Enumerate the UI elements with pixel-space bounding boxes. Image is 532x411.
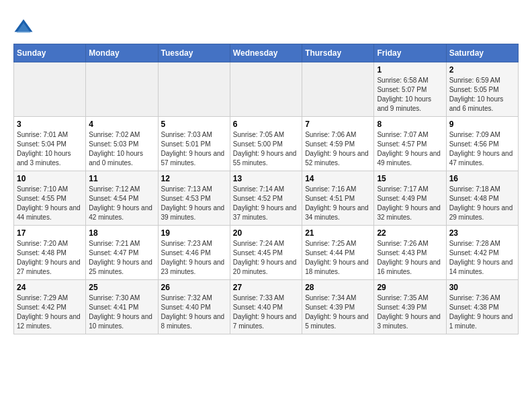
day-number: 29: [377, 283, 443, 292]
calendar-cell: 21Sunrise: 7:25 AM Sunset: 4:44 PM Dayli…: [302, 226, 374, 280]
day-info: Sunrise: 7:21 AM Sunset: 4:47 PM Dayligh…: [89, 239, 154, 277]
day-number: 6: [233, 120, 299, 129]
calendar-cell: 22Sunrise: 7:26 AM Sunset: 4:43 PM Dayli…: [374, 226, 446, 280]
calendar-cell: 18Sunrise: 7:21 AM Sunset: 4:47 PM Dayli…: [86, 226, 158, 280]
day-number: 17: [17, 228, 83, 238]
calendar-cell: 11Sunrise: 7:12 AM Sunset: 4:54 PM Dayli…: [86, 171, 158, 226]
calendar-cell: 6Sunrise: 7:05 AM Sunset: 5:00 PM Daylig…: [230, 117, 302, 171]
day-info: Sunrise: 7:17 AM Sunset: 4:49 PM Dayligh…: [377, 185, 443, 222]
calendar-cell: 24Sunrise: 7:29 AM Sunset: 4:42 PM Dayli…: [14, 280, 86, 334]
day-number: 21: [305, 228, 371, 238]
calendar-cell: 30Sunrise: 7:36 AM Sunset: 4:38 PM Dayli…: [446, 280, 518, 334]
day-info: Sunrise: 7:16 AM Sunset: 4:51 PM Dayligh…: [305, 185, 371, 222]
day-info: Sunrise: 7:03 AM Sunset: 5:01 PM Dayligh…: [161, 130, 227, 168]
day-info: Sunrise: 7:35 AM Sunset: 4:39 PM Dayligh…: [377, 293, 443, 331]
day-number: 23: [449, 228, 515, 238]
day-header-wednesday: Wednesday: [230, 44, 302, 62]
day-info: Sunrise: 7:23 AM Sunset: 4:46 PM Dayligh…: [161, 239, 227, 277]
day-number: 18: [89, 228, 154, 238]
day-number: 15: [377, 174, 443, 183]
day-number: 16: [449, 174, 515, 183]
calendar-cell: 28Sunrise: 7:34 AM Sunset: 4:39 PM Dayli…: [302, 280, 374, 334]
calendar-cell: 1Sunrise: 6:58 AM Sunset: 5:07 PM Daylig…: [374, 62, 446, 117]
day-number: 4: [89, 120, 154, 129]
header: [13, 13, 519, 37]
calendar-cell: 9Sunrise: 7:09 AM Sunset: 4:56 PM Daylig…: [446, 117, 518, 171]
day-number: 13: [233, 174, 299, 183]
calendar-cell: 4Sunrise: 7:02 AM Sunset: 5:03 PM Daylig…: [86, 117, 158, 171]
day-info: Sunrise: 7:01 AM Sunset: 5:04 PM Dayligh…: [17, 130, 83, 168]
day-info: Sunrise: 7:32 AM Sunset: 4:40 PM Dayligh…: [161, 293, 227, 331]
calendar-cell: 3Sunrise: 7:01 AM Sunset: 5:04 PM Daylig…: [14, 117, 86, 171]
day-info: Sunrise: 7:18 AM Sunset: 4:48 PM Dayligh…: [449, 185, 515, 222]
day-number: 7: [305, 120, 371, 129]
calendar-cell: 19Sunrise: 7:23 AM Sunset: 4:46 PM Dayli…: [158, 226, 230, 280]
calendar-cell: 27Sunrise: 7:33 AM Sunset: 4:40 PM Dayli…: [230, 280, 302, 334]
calendar-cell: 14Sunrise: 7:16 AM Sunset: 4:51 PM Dayli…: [302, 171, 374, 226]
day-info: Sunrise: 7:24 AM Sunset: 4:45 PM Dayligh…: [233, 239, 299, 277]
day-number: 14: [305, 174, 371, 183]
day-info: Sunrise: 7:06 AM Sunset: 4:59 PM Dayligh…: [305, 130, 371, 168]
day-info: Sunrise: 7:07 AM Sunset: 4:57 PM Dayligh…: [377, 130, 443, 168]
day-number: 19: [161, 228, 227, 238]
day-info: Sunrise: 7:28 AM Sunset: 4:42 PM Dayligh…: [449, 239, 515, 277]
calendar-week-row: 24Sunrise: 7:29 AM Sunset: 4:42 PM Dayli…: [14, 280, 519, 334]
day-number: 12: [161, 174, 227, 183]
day-header-tuesday: Tuesday: [158, 44, 230, 62]
calendar-cell: [14, 62, 86, 117]
calendar-cell: 29Sunrise: 7:35 AM Sunset: 4:39 PM Dayli…: [374, 280, 446, 334]
day-info: Sunrise: 7:29 AM Sunset: 4:42 PM Dayligh…: [17, 293, 83, 331]
calendar-cell: 13Sunrise: 7:14 AM Sunset: 4:52 PM Dayli…: [230, 171, 302, 226]
day-header-thursday: Thursday: [302, 44, 374, 62]
calendar-cell: [302, 62, 374, 117]
calendar-cell: [230, 62, 302, 117]
logo: [13, 17, 36, 37]
logo-icon: [13, 17, 34, 37]
day-number: 25: [89, 283, 154, 292]
day-info: Sunrise: 7:33 AM Sunset: 4:40 PM Dayligh…: [233, 293, 299, 331]
day-info: Sunrise: 7:14 AM Sunset: 4:52 PM Dayligh…: [233, 185, 299, 222]
day-info: Sunrise: 7:30 AM Sunset: 4:41 PM Dayligh…: [89, 293, 154, 331]
calendar-header-row: SundayMondayTuesdayWednesdayThursdayFrid…: [14, 44, 519, 62]
day-header-friday: Friday: [374, 44, 446, 62]
day-number: 28: [305, 283, 371, 292]
day-number: 9: [449, 120, 515, 129]
day-info: Sunrise: 7:34 AM Sunset: 4:39 PM Dayligh…: [305, 293, 371, 331]
day-number: 11: [89, 174, 154, 183]
day-number: 8: [377, 120, 443, 129]
day-info: Sunrise: 6:59 AM Sunset: 5:05 PM Dayligh…: [449, 76, 515, 113]
day-info: Sunrise: 7:13 AM Sunset: 4:53 PM Dayligh…: [161, 185, 227, 222]
day-info: Sunrise: 7:25 AM Sunset: 4:44 PM Dayligh…: [305, 239, 371, 277]
calendar-cell: [158, 62, 230, 117]
day-number: 24: [17, 283, 83, 292]
day-info: Sunrise: 7:05 AM Sunset: 5:00 PM Dayligh…: [233, 130, 299, 168]
calendar-cell: 7Sunrise: 7:06 AM Sunset: 4:59 PM Daylig…: [302, 117, 374, 171]
day-info: Sunrise: 7:09 AM Sunset: 4:56 PM Dayligh…: [449, 130, 515, 168]
calendar-cell: 12Sunrise: 7:13 AM Sunset: 4:53 PM Dayli…: [158, 171, 230, 226]
day-header-saturday: Saturday: [446, 44, 518, 62]
calendar-cell: 23Sunrise: 7:28 AM Sunset: 4:42 PM Dayli…: [446, 226, 518, 280]
calendar-cell: [86, 62, 158, 117]
day-info: Sunrise: 7:36 AM Sunset: 4:38 PM Dayligh…: [449, 293, 515, 331]
calendar-table: SundayMondayTuesdayWednesdayThursdayFrid…: [13, 44, 519, 334]
day-number: 1: [377, 65, 443, 75]
day-number: 27: [233, 283, 299, 292]
day-number: 2: [449, 65, 515, 75]
calendar-cell: 2Sunrise: 6:59 AM Sunset: 5:05 PM Daylig…: [446, 62, 518, 117]
day-info: Sunrise: 6:58 AM Sunset: 5:07 PM Dayligh…: [377, 76, 443, 113]
calendar-cell: 17Sunrise: 7:20 AM Sunset: 4:48 PM Dayli…: [14, 226, 86, 280]
calendar-cell: 20Sunrise: 7:24 AM Sunset: 4:45 PM Dayli…: [230, 226, 302, 280]
day-number: 5: [161, 120, 227, 129]
day-number: 22: [377, 228, 443, 238]
calendar-week-row: 1Sunrise: 6:58 AM Sunset: 5:07 PM Daylig…: [14, 62, 519, 117]
day-info: Sunrise: 7:20 AM Sunset: 4:48 PM Dayligh…: [17, 239, 83, 277]
day-header-monday: Monday: [86, 44, 158, 62]
calendar-cell: 5Sunrise: 7:03 AM Sunset: 5:01 PM Daylig…: [158, 117, 230, 171]
day-number: 3: [17, 120, 83, 129]
day-info: Sunrise: 7:26 AM Sunset: 4:43 PM Dayligh…: [377, 239, 443, 277]
day-info: Sunrise: 7:02 AM Sunset: 5:03 PM Dayligh…: [89, 130, 154, 168]
calendar-cell: 8Sunrise: 7:07 AM Sunset: 4:57 PM Daylig…: [374, 117, 446, 171]
calendar-cell: 25Sunrise: 7:30 AM Sunset: 4:41 PM Dayli…: [86, 280, 158, 334]
calendar-week-row: 3Sunrise: 7:01 AM Sunset: 5:04 PM Daylig…: [14, 117, 519, 171]
day-info: Sunrise: 7:10 AM Sunset: 4:55 PM Dayligh…: [17, 185, 83, 222]
